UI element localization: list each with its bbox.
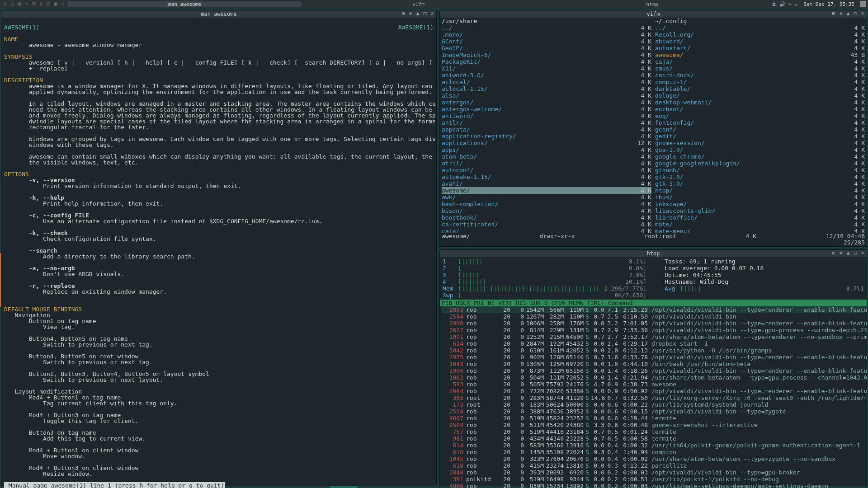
htop-process-row[interactable]: 5042rob200650M161M42052S0.02.00:12.13/us… (442, 347, 867, 354)
vifm-panes[interactable]: /usr/share ../4 K.mono/4 KGConf/4 KGeoIP… (440, 18, 867, 233)
warning-icon[interactable]: ⚠ (794, 1, 797, 7)
vifm-row[interactable]: autoconf/4 K (442, 167, 651, 174)
vifm-row[interactable]: ca-certificates/4 K (442, 221, 651, 228)
vifm-row[interactable]: ibus/4 K (655, 194, 865, 201)
vifm-row[interactable]: google-googletalkplugin/4 K (655, 160, 865, 167)
vifm-row[interactable]: awesome/4 K (442, 187, 651, 194)
vifm-row[interactable]: .mono/4 K (442, 31, 651, 38)
vifm-row[interactable]: bison/4 K (442, 207, 651, 214)
vifm-row[interactable]: aclocal-1.15/4 K (442, 85, 651, 92)
speaker-icon[interactable]: 🔊 (779, 1, 786, 7)
vifm-row[interactable]: X11/4 K (442, 65, 651, 72)
htop-process-row[interactable]: 2900rob200873M112M65156S0.01.40:18.26/op… (442, 367, 867, 374)
vifm-row[interactable]: enchant/4 K (655, 106, 865, 113)
tag-icon[interactable]: ◴ (9, 1, 15, 7)
vifm-row[interactable]: autostart/4 K (655, 45, 865, 52)
vifm-row[interactable]: caja/4 K (442, 228, 651, 233)
vifm-row[interactable]: application-registry/4 K (442, 133, 651, 140)
vifm-row[interactable]: automake-1.15/4 K (442, 174, 651, 180)
tag-icon[interactable]: ⌂ (60, 1, 66, 7)
window-man[interactable]: man awesome ⊞✥▲□✕ AWESOME(1)AWESOME(1) N… (1, 10, 437, 486)
vifm-row[interactable]: bash-completion/4 K (442, 201, 651, 207)
vifm-row[interactable]: cmus/4 K (655, 65, 865, 72)
vifm-row[interactable]: libreoffice/4 K (655, 214, 865, 221)
task-htop[interactable]: htop (535, 1, 769, 7)
htop-process-row[interactable]: 4966rob200839M1573413892S0.00.20:00.03/u… (442, 483, 867, 488)
window-button-icon[interactable]: ✥ (838, 11, 844, 17)
vifm-row[interactable]: htop/4 K (655, 187, 865, 194)
tag-icon[interactable]: ✎ (24, 1, 30, 7)
vifm-left-pane[interactable]: /usr/share ../4 K.mono/4 KGConf/4 KGeoIP… (440, 18, 653, 233)
vifm-row[interactable]: boostbook/4 K (442, 214, 651, 221)
vifm-row[interactable]: goa-1.0/4 K (655, 146, 865, 153)
tag-icon[interactable]: ▤ (16, 1, 23, 7)
vifm-row[interactable]: eog/4 K (655, 113, 865, 119)
window-button-icon[interactable]: ⊞ (830, 11, 837, 17)
htop-process-row[interactable]: 2584rob2001267M282M150MS0.73.56:10.59/op… (442, 313, 867, 320)
window-button-icon[interactable]: ▲ (845, 11, 851, 17)
tag-icon[interactable]: ⎘ (38, 1, 44, 7)
htop-process-row[interactable]: 618rob200415M2327413810S0.00.30:13.22par… (442, 462, 867, 469)
window-button-icon[interactable]: ⊞ (400, 11, 406, 17)
vifm-row[interactable]: Recoll.org/4 K (655, 31, 865, 38)
awesome-taskbar[interactable]: ⎙ ◴ ▤ ✎ ⧉ ⎘ ⌬ ▦ ⌂ man awesome vifm htop … (0, 0, 868, 8)
vifm-row[interactable]: cairo-dock/4 K (655, 72, 865, 79)
vifm-row[interactable]: appdata/4 K (442, 126, 651, 133)
htop-process-row[interactable]: 2990rob2001006M258M176MS0.03.27:01.05/op… (442, 320, 867, 327)
file-icon[interactable]: 🗎 (772, 1, 777, 7)
vifm-row[interactable]: abiword-3.0/4 K (442, 72, 651, 79)
htop-columns[interactable]: PID USER PRI NI VIRT RES SHR S CPU% MEM%… (440, 300, 867, 306)
htop-process-row[interactable]: 2594rob200388M4763638952S0.00.60:00.15/o… (442, 408, 867, 415)
window-button-icon[interactable]: ▲ (415, 11, 421, 17)
vifm-row[interactable]: gedit/4 K (655, 133, 865, 140)
vifm-row[interactable]: ImageMagick-6/4 K (442, 52, 651, 58)
window-button-icon[interactable]: □ (422, 11, 428, 17)
titlebar[interactable]: htop ⊞✥▲□✕ (440, 250, 867, 257)
window-button-icon[interactable]: □ (852, 250, 859, 256)
titlebar[interactable]: man awesome ⊞✥▲□✕ (1, 10, 436, 18)
vifm-row[interactable]: abiword/4 K (655, 38, 865, 45)
htop-process-row[interactable]: 2975rob200902M128M65140S0.71.60:33.78/op… (442, 354, 867, 361)
htop-process-row[interactable]: 391polkitd200519M164989344S0.00.20:00.51… (442, 476, 867, 483)
vifm-row[interactable]: mate/4 K (655, 221, 865, 228)
htop-process-row[interactable]: 616rob200145M3510822024S9.30.41:40.94com… (442, 449, 867, 455)
vifm-row[interactable]: fontconfig/4 K (655, 119, 865, 126)
htop-process-row[interactable]: 593rob200505M7579224176S4.70.90:38.73awe… (442, 381, 867, 388)
htop-process-row[interactable]: 2677rob200814M229M131MS0.72.97:33.38/opt… (442, 327, 867, 333)
vifm-row[interactable]: aclocal/4 K (442, 79, 651, 85)
vifm-row[interactable]: google-chrome/4 K (655, 153, 865, 160)
vifm-row[interactable]: desktop-webmail/4 K (655, 99, 865, 106)
vifm-row[interactable]: alsa/4 K (442, 92, 651, 99)
vifm-row[interactable]: antergos-welcome/4 K (442, 106, 651, 113)
htop-process-row[interactable]: 614rob200583M3536013916S0.00.40:00.32/us… (442, 442, 867, 449)
vifm-row[interactable]: ../4 K (655, 24, 865, 31)
window-button-icon[interactable]: ⊞ (830, 250, 837, 256)
vifm-row[interactable]: atom-beta/4 K (442, 153, 651, 160)
vifm-row[interactable]: compiz-1/4 K (655, 79, 865, 85)
vifm-row[interactable]: applications/12 K (442, 140, 651, 146)
htop-process-row[interactable]: 2853rob2001542M566M119MS0.07.13:15.23/op… (442, 306, 867, 313)
window-button-icon[interactable]: ▲ (845, 250, 851, 256)
window-htop[interactable]: htop ⊞✥▲□✕ 1 [||||||8.1%]2 [0.0%]3 [||||… (439, 249, 867, 486)
vifm-row[interactable]: gnome-session/4 K (655, 140, 865, 146)
htop-process-row[interactable]: 2984rob200772M7082051368S0.00.90:00.92/o… (442, 388, 867, 394)
vifm-row[interactable]: GConf/4 K (442, 38, 651, 45)
titlebar[interactable]: vifm ⊞✥▲□✕ (440, 10, 867, 18)
vifm-row[interactable]: gthumb/4 K (655, 167, 865, 174)
task-man[interactable]: man awesome (68, 1, 302, 7)
htop-process-row[interactable]: 624rob2002847M192M45432S0.02.40:29.17dro… (442, 340, 867, 347)
vifm-row[interactable]: libaccounts-glib/4 K (655, 207, 865, 214)
window-button-icon[interactable]: □ (852, 11, 859, 17)
htop-process-row[interactable]: 8509rob200511M4542024380S3.30.60:00.48gn… (442, 422, 867, 428)
htop-process-row[interactable]: 173root200183M5062450000S0.00.60:00.22/u… (442, 401, 867, 408)
vifm-row[interactable]: darktable/4 K (655, 85, 865, 92)
vifm-row[interactable]: GeoIP/4 K (442, 45, 651, 52)
htop-process-row[interactable]: 1062rob200504M111M72052S0.01.40:21.94/us… (442, 374, 867, 381)
window-button-icon[interactable]: ✕ (429, 11, 435, 17)
vifm-cmdline[interactable]: 25/285 (440, 239, 867, 245)
vifm-row[interactable]: mate-menu/4 K (655, 228, 865, 233)
window-button-icon[interactable]: ✥ (838, 250, 844, 256)
window-vifm[interactable]: vifm ⊞✥▲□✕ /usr/share ../4 K.mono/4 KGCo… (439, 10, 867, 247)
taglist[interactable]: ⎙ ◴ ▤ ✎ ⧉ ⎘ ⌬ ▦ ⌂ (0, 1, 68, 7)
task-vifm[interactable]: vifm (302, 1, 535, 7)
